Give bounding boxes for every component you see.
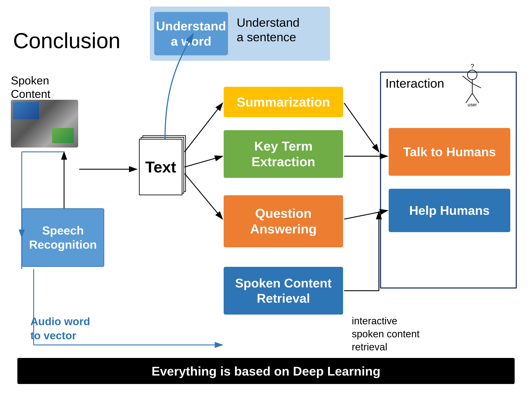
audio-vector-label: Audio wordto vector bbox=[30, 315, 90, 343]
understand-sentence-label: Understanda sentence bbox=[237, 15, 300, 44]
interaction-outer-box bbox=[380, 72, 517, 289]
spoken-content-image bbox=[11, 100, 78, 148]
spoken-content-label: SpokenContent bbox=[11, 74, 50, 101]
svg-line-5 bbox=[466, 93, 472, 103]
conclusion-title: Conclusion bbox=[13, 28, 120, 53]
question-answering-box: Question Answering bbox=[224, 195, 343, 247]
help-humans-box: Help Humans bbox=[389, 189, 510, 232]
stick-figure: ? user bbox=[456, 63, 488, 106]
svg-line-13 bbox=[184, 103, 222, 152]
spoken-retrieval-box: Spoken Content Retrieval bbox=[224, 267, 343, 315]
svg-line-4 bbox=[472, 84, 481, 88]
key-term-box: Key Term Extraction bbox=[224, 130, 343, 178]
svg-line-15 bbox=[184, 174, 222, 219]
summarization-box: Summarization bbox=[224, 87, 343, 117]
text-box-main: Text bbox=[139, 139, 182, 195]
text-box-wrapper: Text bbox=[139, 139, 182, 195]
svg-text:user: user bbox=[468, 102, 477, 106]
speech-recognition-box: Speech Recognition bbox=[22, 208, 104, 267]
bottom-bar: Everything is based on Deep Learning bbox=[17, 358, 515, 384]
understand-word-box: Understand a word bbox=[154, 12, 228, 55]
interaction-label: Interaction bbox=[386, 76, 444, 90]
svg-text:?: ? bbox=[470, 63, 474, 70]
svg-line-14 bbox=[184, 156, 222, 167]
svg-point-1 bbox=[468, 70, 477, 80]
svg-line-6 bbox=[472, 93, 479, 103]
interactive-spoken-label: interactivespoken contentretrieval bbox=[352, 315, 419, 354]
talk-humans-box: Talk to Humans bbox=[389, 128, 510, 176]
svg-line-19 bbox=[344, 103, 379, 152]
